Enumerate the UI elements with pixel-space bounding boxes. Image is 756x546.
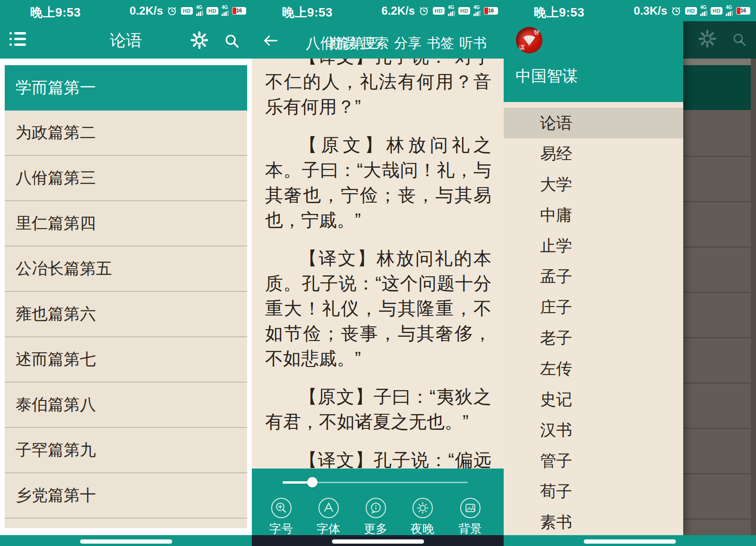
search-icon: [732, 32, 747, 47]
page-title: 论语: [0, 30, 252, 51]
alarm-icon: [166, 5, 178, 17]
hd-badge: HD: [711, 7, 722, 15]
reader-toolbar: 字号 字体 更多 夜晚 背景: [252, 469, 504, 535]
gesture-pill[interactable]: [80, 539, 172, 544]
reading-text: 【译文】孔子说：“对于不仁的人，礼法有何用？音乐有何用？” 【原文】林放问礼之本…: [265, 59, 491, 469]
network-speed: 6.2K/s: [381, 4, 415, 17]
gesture-nav-bar: [504, 535, 756, 546]
toolbar-night-button[interactable]: 夜晚: [403, 497, 442, 537]
network-speed: 0.2K/s: [129, 4, 163, 17]
book-item[interactable]: 素书: [504, 507, 683, 537]
chapter-row[interactable]: 里仁篇第四: [5, 201, 247, 247]
paragraph: 【原文】子曰：“夷狄之有君，不如诸夏之无也。”: [265, 384, 491, 435]
status-bar: 晚上9:53 0.2K/s HD 4G HD 4G 16: [0, 0, 252, 21]
signal-4g-icon: 4G: [700, 5, 707, 16]
book-item[interactable]: 荀子: [504, 476, 683, 507]
alarm-icon: [418, 5, 430, 17]
night-sun-icon: [412, 497, 434, 519]
paragraph: 【译文】林放问礼的本质。孔子说：“这个问题十分重大！礼仪，与其隆重，不如节俭；丧…: [265, 246, 491, 371]
status-time: 晚上9:53: [282, 4, 333, 21]
book-item[interactable]: 中庸: [504, 200, 683, 230]
battery-icon: 16: [736, 7, 750, 15]
panel-reader: 晚上9:53 6.2K/s HD 4G HD 4G 16 八佾篇第三 勘误 搜索…: [252, 0, 504, 546]
battery-percent: 16: [740, 8, 746, 13]
gear-icon: [698, 30, 716, 48]
status-bar: 晚上9:53 0.3K/s HD 4G HD 4G 16: [504, 0, 756, 21]
hd-badge: HD: [433, 7, 445, 15]
app-name: 中国智谋: [515, 66, 578, 87]
search-icon[interactable]: [224, 33, 240, 49]
gesture-pill[interactable]: [584, 539, 676, 544]
chapter-row[interactable]: 公冶长篇第五: [5, 247, 247, 292]
reader-app-bar: 八佾篇第三 勘误 搜索 分享 书签 听书: [252, 21, 504, 59]
reader-actions: 勘误 搜索 分享 书签 听书: [329, 34, 487, 53]
chapter-row[interactable]: 为政篇第二: [5, 111, 247, 156]
dimmed-list-gap: [683, 59, 756, 65]
toolbar-font-size-button[interactable]: 字号: [261, 497, 301, 537]
back-icon[interactable]: [261, 33, 279, 49]
signal-4g-icon: 4G: [448, 5, 455, 16]
hd-badge: HD: [181, 7, 193, 15]
panel-chapter-list: 晚上9:53 0.2K/s HD 4G HD 4G 16 论语 学: [0, 0, 252, 546]
status-icons: 6.2K/s HD 4G HD 4G 16: [381, 0, 498, 21]
paragraph: 【原文】林放问礼之本。子曰：“大哉问！礼，与其奢也，宁俭；丧，与其易也，宁戚。”: [265, 133, 491, 233]
book-item-selected[interactable]: 论语: [504, 108, 683, 138]
book-item[interactable]: 庄子: [504, 292, 683, 323]
chapter-row-selected[interactable]: 学而篇第一: [5, 65, 247, 111]
chapter-list-body: 学而篇第一 为政篇第二 八佾篇第三 里仁篇第四 公冶长篇第五 雍也篇第六 述而篇…: [0, 59, 252, 535]
book-item[interactable]: 汉书: [504, 415, 683, 445]
chapter-row[interactable]: 子罕篇第九: [5, 428, 247, 473]
chapter-row[interactable]: 泰伯篇第八: [5, 383, 247, 428]
toolbar-background-button[interactable]: 背景: [450, 497, 490, 537]
status-icons: 0.2K/s HD 4G HD 4G 16: [129, 0, 246, 21]
action-listen[interactable]: 听书: [459, 34, 487, 53]
book-item[interactable]: 止学: [504, 230, 683, 261]
signal-4g-icon: 4G: [222, 5, 229, 16]
toolbar-more-button[interactable]: 更多: [356, 497, 395, 537]
status-time: 晚上9:53: [534, 4, 584, 21]
gesture-nav-bar: [252, 535, 504, 546]
chapter-row[interactable]: 八佾篇第三: [5, 156, 247, 201]
app-bar: 论语: [0, 21, 252, 59]
signal-4g-icon: 4G: [473, 5, 481, 16]
dimmed-selected-row: [683, 65, 751, 110]
chapter-row[interactable]: 雍也篇第六: [5, 292, 247, 337]
chapter-row-partial[interactable]: [5, 519, 247, 528]
book-item[interactable]: 左传: [504, 353, 683, 384]
network-speed: 0.3K/s: [634, 4, 667, 17]
book-item[interactable]: 大学: [504, 169, 683, 200]
paragraph: 【译文】孔子说：“偏远小国有君主，不如中原各国没君主。”: [265, 448, 491, 469]
action-search[interactable]: 搜索: [361, 34, 389, 53]
battery-percent: 16: [488, 8, 494, 13]
book-item[interactable]: 孟子: [504, 261, 683, 292]
gesture-nav-bar: [0, 535, 252, 546]
gear-icon[interactable]: [190, 31, 208, 49]
reading-area[interactable]: 【译文】孔子说：“对于不仁的人，礼法有何用？音乐有何用？” 【原文】林放问礼之本…: [252, 59, 504, 469]
book-item[interactable]: 管子: [504, 445, 683, 476]
book-item[interactable]: 史记: [504, 384, 683, 415]
background-image-icon: [459, 497, 481, 519]
chapter-row[interactable]: 述而篇第七: [5, 337, 247, 383]
battery-percent: 16: [236, 8, 242, 13]
chapter-list: 学而篇第一 为政篇第二 八佾篇第三 里仁篇第四 公冶长篇第五 雍也篇第六 述而篇…: [5, 65, 247, 528]
action-share[interactable]: 分享: [394, 34, 421, 53]
toolbar-font-button[interactable]: 字体: [309, 497, 348, 537]
book-item[interactable]: 易经: [504, 138, 683, 169]
hd-badge: HD: [458, 7, 470, 15]
chapter-row[interactable]: 乡党篇第十: [5, 473, 247, 519]
alarm-icon: [670, 5, 682, 17]
gesture-pill[interactable]: [332, 539, 424, 544]
book-item[interactable]: 老子: [504, 323, 683, 353]
action-bookmark[interactable]: 书签: [427, 34, 454, 53]
book-list: 论语 易经 大学 中庸 止学 孟子 庄子 老子 左传 史记 汉书 管子 荀子 素…: [504, 108, 683, 537]
navigation-drawer: 智 谋 中国智谋 论语 易经 大学 中庸 止学 孟子 庄子 老子 左传 史记 汉…: [504, 21, 683, 535]
dimmed-app-bar: [683, 21, 756, 59]
progress-slider-thumb[interactable]: [307, 477, 318, 487]
signal-4g-icon: 4G: [196, 5, 203, 16]
battery-icon: 16: [484, 7, 498, 15]
battery-icon: 16: [232, 7, 246, 15]
more-info-icon: [365, 497, 387, 519]
hd-badge: HD: [206, 7, 218, 15]
action-errata[interactable]: 勘误: [329, 34, 356, 53]
font-icon: [318, 497, 340, 519]
